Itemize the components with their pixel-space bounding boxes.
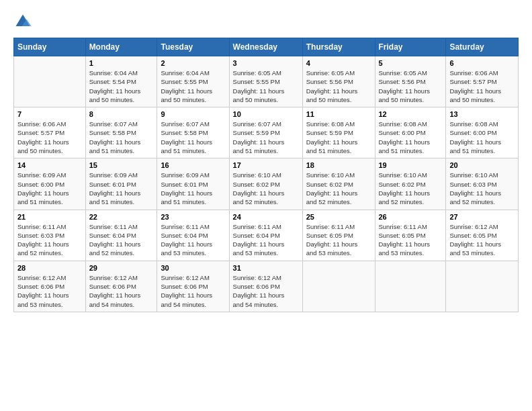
header-row: SundayMondayTuesdayWednesdayThursdayFrid… xyxy=(14,38,519,56)
calendar-cell: 6Sunrise: 6:06 AM Sunset: 5:57 PM Daylig… xyxy=(446,56,519,107)
day-info: Sunrise: 6:06 AM Sunset: 5:57 PM Dayligh… xyxy=(449,68,515,104)
calendar-cell: 19Sunrise: 6:10 AM Sunset: 6:02 PM Dayli… xyxy=(375,158,446,210)
header-cell-wednesday: Wednesday xyxy=(229,38,302,56)
header-cell-saturday: Saturday xyxy=(446,38,519,56)
day-info: Sunrise: 6:12 AM Sunset: 6:05 PM Dayligh… xyxy=(449,222,515,258)
header xyxy=(13,12,519,31)
day-number: 1 xyxy=(89,59,154,67)
day-number: 24 xyxy=(233,213,299,221)
calendar-cell: 31Sunrise: 6:12 AM Sunset: 6:06 PM Dayli… xyxy=(229,261,302,312)
day-info: Sunrise: 6:12 AM Sunset: 6:06 PM Dayligh… xyxy=(233,273,299,309)
day-number: 22 xyxy=(89,213,154,221)
header-cell-sunday: Sunday xyxy=(14,38,86,56)
day-info: Sunrise: 6:05 AM Sunset: 5:56 PM Dayligh… xyxy=(379,68,443,104)
calendar-header: SundayMondayTuesdayWednesdayThursdayFrid… xyxy=(14,38,519,56)
day-number: 19 xyxy=(379,161,443,169)
day-number: 18 xyxy=(306,161,371,169)
day-info: Sunrise: 6:09 AM Sunset: 6:01 PM Dayligh… xyxy=(161,171,225,206)
day-info: Sunrise: 6:12 AM Sunset: 6:06 PM Dayligh… xyxy=(89,273,154,309)
calendar-body: 1Sunrise: 6:04 AM Sunset: 5:54 PM Daylig… xyxy=(14,56,519,312)
calendar-cell: 5Sunrise: 6:05 AM Sunset: 5:56 PM Daylig… xyxy=(375,56,446,107)
day-number: 4 xyxy=(306,59,371,67)
day-number: 17 xyxy=(233,161,299,169)
day-info: Sunrise: 6:06 AM Sunset: 5:57 PM Dayligh… xyxy=(17,120,82,155)
day-number: 20 xyxy=(449,161,515,169)
day-number: 28 xyxy=(17,264,82,272)
day-info: Sunrise: 6:05 AM Sunset: 5:56 PM Dayligh… xyxy=(306,68,371,104)
day-info: Sunrise: 6:08 AM Sunset: 6:00 PM Dayligh… xyxy=(449,120,515,155)
day-info: Sunrise: 6:07 AM Sunset: 5:58 PM Dayligh… xyxy=(161,120,225,155)
day-number: 29 xyxy=(89,264,154,272)
week-row-2: 14Sunrise: 6:09 AM Sunset: 6:00 PM Dayli… xyxy=(14,158,519,210)
calendar-cell: 20Sunrise: 6:10 AM Sunset: 6:03 PM Dayli… xyxy=(446,158,519,210)
week-row-4: 28Sunrise: 6:12 AM Sunset: 6:06 PM Dayli… xyxy=(14,261,519,312)
day-info: Sunrise: 6:11 AM Sunset: 6:05 PM Dayligh… xyxy=(379,222,443,258)
calendar-cell: 28Sunrise: 6:12 AM Sunset: 6:06 PM Dayli… xyxy=(14,261,86,312)
week-row-1: 7Sunrise: 6:06 AM Sunset: 5:57 PM Daylig… xyxy=(14,107,519,158)
calendar-cell: 10Sunrise: 6:07 AM Sunset: 5:59 PM Dayli… xyxy=(229,107,302,158)
day-info: Sunrise: 6:05 AM Sunset: 5:55 PM Dayligh… xyxy=(233,68,299,104)
day-number: 30 xyxy=(161,264,225,272)
day-info: Sunrise: 6:12 AM Sunset: 6:06 PM Dayligh… xyxy=(17,273,82,309)
calendar-cell: 23Sunrise: 6:11 AM Sunset: 6:04 PM Dayli… xyxy=(157,210,229,261)
day-number: 7 xyxy=(17,110,82,118)
day-info: Sunrise: 6:04 AM Sunset: 5:55 PM Dayligh… xyxy=(161,68,225,104)
calendar-cell: 16Sunrise: 6:09 AM Sunset: 6:01 PM Dayli… xyxy=(157,158,229,210)
day-number: 14 xyxy=(17,161,82,169)
logo xyxy=(13,12,35,31)
day-number: 16 xyxy=(161,161,225,169)
day-info: Sunrise: 6:08 AM Sunset: 6:00 PM Dayligh… xyxy=(379,120,443,155)
calendar-cell: 11Sunrise: 6:08 AM Sunset: 5:59 PM Dayli… xyxy=(302,107,375,158)
day-info: Sunrise: 6:11 AM Sunset: 6:05 PM Dayligh… xyxy=(306,222,371,258)
day-number: 13 xyxy=(449,110,515,118)
day-number: 3 xyxy=(233,59,299,67)
header-cell-monday: Monday xyxy=(85,38,157,56)
day-number: 8 xyxy=(89,110,154,118)
calendar-cell: 25Sunrise: 6:11 AM Sunset: 6:05 PM Dayli… xyxy=(302,210,375,261)
day-info: Sunrise: 6:10 AM Sunset: 6:02 PM Dayligh… xyxy=(233,171,299,206)
day-number: 31 xyxy=(233,264,299,272)
calendar-cell: 2Sunrise: 6:04 AM Sunset: 5:55 PM Daylig… xyxy=(157,56,229,107)
day-info: Sunrise: 6:11 AM Sunset: 6:04 PM Dayligh… xyxy=(233,222,299,258)
day-number: 27 xyxy=(449,213,515,221)
week-row-3: 21Sunrise: 6:11 AM Sunset: 6:03 PM Dayli… xyxy=(14,210,519,261)
calendar-cell: 30Sunrise: 6:12 AM Sunset: 6:06 PM Dayli… xyxy=(157,261,229,312)
calendar-cell: 27Sunrise: 6:12 AM Sunset: 6:05 PM Dayli… xyxy=(446,210,519,261)
day-number: 15 xyxy=(89,161,154,169)
day-info: Sunrise: 6:10 AM Sunset: 6:02 PM Dayligh… xyxy=(379,171,443,206)
calendar-cell: 12Sunrise: 6:08 AM Sunset: 6:00 PM Dayli… xyxy=(375,107,446,158)
day-info: Sunrise: 6:11 AM Sunset: 6:03 PM Dayligh… xyxy=(17,222,82,258)
day-number: 21 xyxy=(17,213,82,221)
calendar-cell: 13Sunrise: 6:08 AM Sunset: 6:00 PM Dayli… xyxy=(446,107,519,158)
week-row-0: 1Sunrise: 6:04 AM Sunset: 5:54 PM Daylig… xyxy=(14,56,519,107)
day-info: Sunrise: 6:08 AM Sunset: 5:59 PM Dayligh… xyxy=(306,120,371,155)
calendar-cell: 1Sunrise: 6:04 AM Sunset: 5:54 PM Daylig… xyxy=(85,56,157,107)
day-info: Sunrise: 6:09 AM Sunset: 6:00 PM Dayligh… xyxy=(17,171,82,206)
day-number: 9 xyxy=(161,110,225,118)
calendar-table: SundayMondayTuesdayWednesdayThursdayFrid… xyxy=(13,38,519,312)
calendar-cell: 3Sunrise: 6:05 AM Sunset: 5:55 PM Daylig… xyxy=(229,56,302,107)
day-info: Sunrise: 6:04 AM Sunset: 5:54 PM Dayligh… xyxy=(89,68,154,104)
calendar-cell: 26Sunrise: 6:11 AM Sunset: 6:05 PM Dayli… xyxy=(375,210,446,261)
calendar-cell: 8Sunrise: 6:07 AM Sunset: 5:58 PM Daylig… xyxy=(85,107,157,158)
day-number: 11 xyxy=(306,110,371,118)
calendar-cell: 18Sunrise: 6:10 AM Sunset: 6:02 PM Dayli… xyxy=(302,158,375,210)
calendar-cell: 17Sunrise: 6:10 AM Sunset: 6:02 PM Dayli… xyxy=(229,158,302,210)
logo-icon xyxy=(13,12,32,31)
day-info: Sunrise: 6:10 AM Sunset: 6:02 PM Dayligh… xyxy=(306,171,371,206)
calendar-cell: 7Sunrise: 6:06 AM Sunset: 5:57 PM Daylig… xyxy=(14,107,86,158)
calendar-cell: 14Sunrise: 6:09 AM Sunset: 6:00 PM Dayli… xyxy=(14,158,86,210)
calendar-cell: 15Sunrise: 6:09 AM Sunset: 6:01 PM Dayli… xyxy=(85,158,157,210)
calendar-cell: 21Sunrise: 6:11 AM Sunset: 6:03 PM Dayli… xyxy=(14,210,86,261)
header-cell-friday: Friday xyxy=(375,38,446,56)
day-number: 6 xyxy=(449,59,515,67)
day-number: 12 xyxy=(379,110,443,118)
day-number: 10 xyxy=(233,110,299,118)
day-number: 23 xyxy=(161,213,225,221)
day-info: Sunrise: 6:11 AM Sunset: 6:04 PM Dayligh… xyxy=(89,222,154,258)
calendar-cell: 24Sunrise: 6:11 AM Sunset: 6:04 PM Dayli… xyxy=(229,210,302,261)
day-info: Sunrise: 6:11 AM Sunset: 6:04 PM Dayligh… xyxy=(161,222,225,258)
day-number: 2 xyxy=(161,59,225,67)
calendar-cell xyxy=(375,261,446,312)
header-cell-tuesday: Tuesday xyxy=(157,38,229,56)
